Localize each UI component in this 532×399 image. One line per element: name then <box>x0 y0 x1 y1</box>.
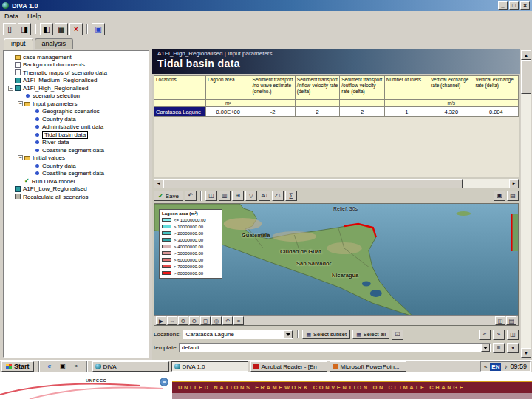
delete-icon[interactable]: × <box>69 23 83 35</box>
column-header[interactable]: Number of inlets <box>384 76 429 100</box>
tree-item-coastline-segment-data-2[interactable]: Coastline segment data <box>5 170 149 178</box>
tree-item-country-data[interactable]: Country data <box>5 115 149 123</box>
tree-item-tidal-basin-data[interactable]: Tidal basin data <box>5 131 149 139</box>
column-header[interactable]: Sediment transport /outflow-velocity rat… <box>340 76 384 100</box>
collapse-icon[interactable]: − <box>18 155 23 160</box>
tree-item-initial-values[interactable]: − Initial values <box>5 154 149 163</box>
tree-item-background-documents[interactable]: Background documents <box>5 61 149 69</box>
scroll-left-icon[interactable]: ◄ <box>154 179 163 188</box>
column-header[interactable]: Sediment transport /no-wave estimate (on… <box>250 76 295 100</box>
taskbar-button-diva[interactable]: DIVA <box>92 361 169 372</box>
browser-icon[interactable]: e <box>44 362 55 372</box>
scroll-down-icon[interactable]: ▼ <box>521 348 531 358</box>
menu-help[interactable]: Help <box>27 13 41 20</box>
taskbar-button-diva-10[interactable]: DIVA 1.0 <box>171 361 248 372</box>
zoom-box-icon[interactable]: ◻ <box>200 316 211 325</box>
prev-icon[interactable]: « <box>479 330 491 340</box>
cell[interactable]: -2 <box>250 107 295 117</box>
column-header[interactable]: Vertical exchange rate (delta) <box>474 76 518 100</box>
open-case-icon[interactable]: ◨ <box>18 23 31 35</box>
copy-map-icon[interactable]: ◫ <box>495 316 505 325</box>
zoom-out-icon[interactable]: ⊖ <box>189 316 200 325</box>
sort-desc-icon[interactable]: Z↓ <box>272 191 284 201</box>
expand-icon[interactable]: ▾ <box>507 343 519 353</box>
volume-icon[interactable]: ♪ <box>504 364 507 370</box>
select-all-button[interactable]: ▦ Select all <box>352 330 389 339</box>
zoom-in-icon[interactable]: ⊕ <box>178 316 188 325</box>
tree-item-input-parameters[interactable]: − Input parameters <box>5 100 149 108</box>
more-icon[interactable]: » <box>71 362 82 372</box>
pan-icon[interactable]: ⇔ <box>167 316 177 325</box>
select-subset-button[interactable]: ▦ Select subset <box>302 330 350 339</box>
tree-item-river-data[interactable]: River data <box>5 139 149 147</box>
cell[interactable]: 2 <box>295 107 339 117</box>
tab-analysis[interactable]: analysis <box>35 38 74 49</box>
tree-item-a1fi-low-regionalised[interactable]: A1FI_Low_Regionalised <box>5 185 149 194</box>
menu-data[interactable]: Data <box>4 13 18 20</box>
tree-item-a1fi-high-regionalised[interactable]: − A1FI_High_Regionalised <box>5 84 149 92</box>
print-map-icon[interactable]: ▤ <box>506 316 516 325</box>
sum-icon[interactable]: ∑ <box>285 191 297 201</box>
collapse-icon[interactable]: − <box>18 101 23 106</box>
detach-icon[interactable]: ◫ <box>507 330 519 340</box>
copy-icon[interactable]: ◫ <box>205 191 217 201</box>
h-scroll-thumb[interactable] <box>163 179 463 188</box>
print-icon[interactable]: ▤ <box>507 191 519 201</box>
next-icon[interactable]: » <box>493 330 505 340</box>
tree-item-run-diva-model[interactable]: ✓ Run DIVA model <box>5 177 149 185</box>
cell[interactable]: 0.004 <box>474 107 518 117</box>
tree-item-scenario-selection[interactable]: scenario selection <box>5 92 149 100</box>
dropdown-arrow-icon[interactable] <box>284 330 293 338</box>
collapse-icon[interactable]: − <box>8 86 13 91</box>
add-row-icon[interactable]: ⊞ <box>232 191 244 201</box>
locations-select[interactable]: Caratasca Lagune <box>183 330 293 339</box>
start-button[interactable]: Start <box>1 361 34 372</box>
cell[interactable]: 1 <box>384 107 429 117</box>
menu-icon[interactable]: ≡ <box>493 343 505 353</box>
panel-v-scrollbar[interactable]: ▲ ▼ <box>521 50 531 358</box>
pointer-icon[interactable]: ▶ <box>156 316 166 325</box>
cell[interactable]: 2 <box>340 107 384 117</box>
back-icon[interactable]: ↶ <box>222 316 233 325</box>
save-button[interactable]: ✔ Save <box>154 191 183 201</box>
undo-icon[interactable]: ↶ <box>185 191 197 201</box>
tab-input[interactable]: input <box>4 38 33 50</box>
tree-item-coastline-segment-data[interactable]: Coastline segment data <box>5 146 149 154</box>
minimize-button[interactable]: _ <box>498 1 508 10</box>
column-header[interactable]: Vertical exchange rate (channel) <box>429 76 474 100</box>
taskbar-button-powerpoint[interactable]: Microsoft PowerPoin... <box>330 361 406 372</box>
scroll-right-icon[interactable]: ► <box>509 179 519 188</box>
desktop-icon[interactable]: ▣ <box>58 362 69 372</box>
column-header[interactable]: Lagoon area <box>206 76 250 100</box>
import-icon[interactable]: ◧ <box>40 23 53 35</box>
tree-item-country-data-2[interactable]: Country data <box>5 162 149 170</box>
location-cell[interactable]: Caratasca Lagune <box>154 107 206 117</box>
sort-asc-icon[interactable]: A↓ <box>259 191 270 201</box>
tree-item-case-management[interactable]: case management <box>5 53 149 61</box>
tree-item-a1fi-medium-regionalised[interactable]: A1FI_Medium_Regionalised <box>5 77 149 85</box>
export-icon[interactable]: ▦ <box>55 23 68 35</box>
tree-item-administrative-unit-data[interactable]: Administrative unit data <box>5 123 149 132</box>
close-button[interactable]: × <box>520 1 530 10</box>
scroll-up-icon[interactable]: ▲ <box>521 50 531 60</box>
restore-button[interactable]: □ <box>509 1 519 10</box>
layers-icon[interactable]: ≡ <box>233 316 244 325</box>
paste-icon[interactable]: ▥ <box>219 191 231 201</box>
template-select[interactable]: default <box>179 343 491 352</box>
v-scroll-thumb[interactable] <box>521 60 531 94</box>
tree-item-thematic-maps[interactable]: Thematic maps of scenario data <box>5 69 149 77</box>
cell[interactable]: 4.320 <box>429 107 474 117</box>
filter-icon[interactable]: ▽ <box>245 191 257 201</box>
table-h-scrollbar[interactable]: ◄ ► <box>154 179 519 188</box>
options-icon[interactable]: ▣ <box>92 23 105 35</box>
tray-chevron-icon[interactable]: « <box>484 364 487 370</box>
tree-item-geographic-scenarios[interactable]: Geographic scenarios <box>5 108 149 116</box>
taskbar-button-acrobat[interactable]: Acrobat Reader - [En <box>250 361 327 372</box>
cell[interactable]: 0.00E+00 <box>206 107 250 117</box>
column-header[interactable]: Sediment transport /inflow-velocity rate… <box>295 76 339 100</box>
column-header[interactable]: Locations <box>154 76 206 100</box>
toggle-selection-icon[interactable]: ☑ <box>392 330 403 340</box>
full-extent-icon[interactable]: ◎ <box>211 316 222 325</box>
map-settings-icon[interactable]: ▣ <box>494 191 505 201</box>
language-indicator[interactable]: EN <box>490 363 501 371</box>
